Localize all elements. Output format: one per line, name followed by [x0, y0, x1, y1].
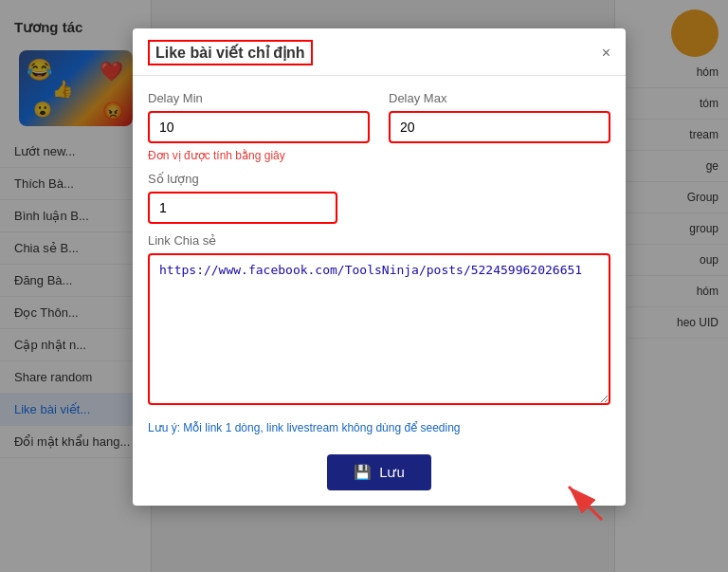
note-text: Lưu ý: Mỗi link 1 dòng, link livestream … — [148, 421, 461, 434]
delay-min-label: Delay Min — [148, 91, 370, 105]
delay-row: Delay Min Delay Max — [148, 91, 610, 143]
so-luong-group: Số lượng — [148, 172, 610, 224]
delay-max-group: Delay Max — [389, 91, 610, 143]
so-luong-input[interactable] — [148, 192, 337, 224]
modal-title: Like bài viết chỉ định — [148, 40, 313, 65]
delay-min-input[interactable] — [148, 111, 370, 143]
modal-footer: 💾 Lưu — [133, 451, 626, 506]
delay-max-label: Delay Max — [389, 91, 610, 105]
link-label: Link Chia sẻ — [148, 233, 610, 248]
modal-close-button[interactable]: × — [602, 46, 610, 61]
save-label: Lưu — [379, 464, 405, 481]
save-button[interactable]: 💾 Lưu — [327, 454, 431, 490]
save-icon: 💾 — [354, 464, 372, 481]
unit-note: Đơn vị được tính bằng giây — [148, 149, 610, 162]
so-luong-label: Số lượng — [148, 172, 610, 186]
modal-body: Delay Min Delay Max Đơn vị được tính bằn… — [133, 76, 626, 451]
link-group: Link Chia sẻ https://www.facebook.com/To… — [148, 233, 610, 409]
delay-max-input[interactable] — [389, 111, 610, 143]
arrow-indicator — [540, 477, 607, 525]
modal-like-post: Like bài viết chỉ định × Delay Min Delay… — [133, 28, 626, 506]
modal-header: Like bài viết chỉ định × — [133, 28, 626, 76]
delay-min-group: Delay Min — [148, 91, 370, 143]
svg-line-1 — [569, 487, 602, 520]
link-textarea[interactable]: https://www.facebook.com/ToolsNinja/post… — [148, 253, 610, 405]
